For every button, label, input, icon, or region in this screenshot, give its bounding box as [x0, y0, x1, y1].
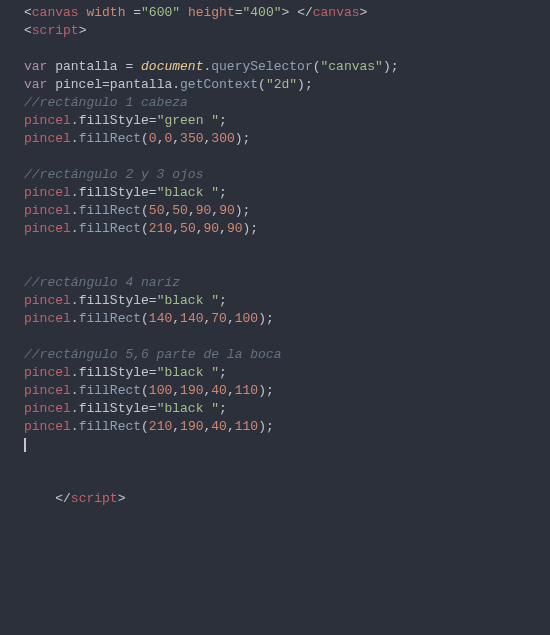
- code-token: pincel: [55, 77, 102, 92]
- text-cursor: [24, 438, 26, 452]
- code-token: >: [118, 491, 126, 506]
- code-token: //rectángulo 2 y 3 ojos: [24, 167, 203, 182]
- code-line[interactable]: [24, 238, 546, 256]
- code-token: 110: [235, 383, 258, 398]
- code-token: 350: [180, 131, 203, 146]
- code-token: //rectángulo 1 cabeza: [24, 95, 188, 110]
- code-line[interactable]: <script>: [24, 22, 546, 40]
- code-line[interactable]: [24, 148, 546, 166]
- code-token: .: [71, 365, 79, 380]
- code-line[interactable]: var pincel=pantalla.getContext("2d");: [24, 76, 546, 94]
- code-token: >: [79, 23, 87, 38]
- code-token: "black ": [157, 185, 219, 200]
- code-token: fillRect: [79, 383, 141, 398]
- code-line[interactable]: var pantalla = document.querySelector("c…: [24, 58, 546, 76]
- code-token: 90: [227, 221, 243, 236]
- code-token: 40: [211, 383, 227, 398]
- code-line[interactable]: pincel.fillRect(210,190,40,110);: [24, 418, 546, 436]
- code-token: 100: [149, 383, 172, 398]
- code-token: var: [24, 59, 47, 74]
- code-token: 90: [219, 203, 235, 218]
- code-token: getContext: [180, 77, 258, 92]
- code-line[interactable]: pincel.fillStyle="black ";: [24, 184, 546, 202]
- code-token: fillRect: [79, 221, 141, 236]
- code-token: 140: [149, 311, 172, 326]
- code-token: =: [235, 5, 243, 20]
- code-token: ,: [188, 203, 196, 218]
- code-line[interactable]: pincel.fillStyle="black ";: [24, 292, 546, 310]
- code-token: (: [313, 59, 321, 74]
- code-line[interactable]: [24, 256, 546, 274]
- code-line[interactable]: //rectángulo 2 y 3 ojos: [24, 166, 546, 184]
- code-token: pantalla: [47, 59, 125, 74]
- code-token: //rectángulo 5,6 parte de la boca: [24, 347, 281, 362]
- code-token: (: [141, 419, 149, 434]
- code-line[interactable]: pincel.fillRect(0,0,350,300);: [24, 130, 546, 148]
- code-token: pincel: [24, 365, 71, 380]
- code-line[interactable]: [24, 328, 546, 346]
- code-token: 140: [180, 311, 203, 326]
- code-token: .: [71, 113, 79, 128]
- code-area[interactable]: <canvas width ="600" height="400"> </can…: [18, 0, 550, 635]
- code-token: pincel: [24, 383, 71, 398]
- code-line[interactable]: [24, 40, 546, 58]
- code-token: //rectángulo 4 nariz: [24, 275, 180, 290]
- code-line[interactable]: [24, 436, 546, 454]
- code-token: var: [24, 77, 47, 92]
- code-line[interactable]: pincel.fillRect(50,50,90,90);: [24, 202, 546, 220]
- code-token: ,: [227, 383, 235, 398]
- code-line[interactable]: //rectángulo 5,6 parte de la boca: [24, 346, 546, 364]
- code-line[interactable]: </script>: [24, 490, 546, 508]
- code-token: pincel: [24, 401, 71, 416]
- code-token: querySelector: [211, 59, 312, 74]
- code-token: .: [71, 185, 79, 200]
- code-token: );: [235, 131, 251, 146]
- code-token: fillStyle: [79, 185, 149, 200]
- code-token: "black ": [157, 401, 219, 416]
- code-token: 50: [172, 203, 188, 218]
- code-line[interactable]: pincel.fillRect(210,50,90,90);: [24, 220, 546, 238]
- code-token: );: [258, 419, 274, 434]
- code-token: =: [149, 365, 157, 380]
- code-token: fillRect: [79, 311, 141, 326]
- code-token: "black ": [157, 293, 219, 308]
- code-token: [289, 5, 297, 20]
- code-line[interactable]: pincel.fillStyle="black ";: [24, 364, 546, 382]
- code-token: 210: [149, 221, 172, 236]
- code-line[interactable]: [24, 454, 546, 472]
- code-line[interactable]: <canvas width ="600" height="400"> </can…: [24, 4, 546, 22]
- code-token: ,: [227, 311, 235, 326]
- code-token: pincel: [24, 293, 71, 308]
- code-token: ;: [219, 401, 227, 416]
- code-token: ,: [219, 221, 227, 236]
- code-line[interactable]: //rectángulo 1 cabeza: [24, 94, 546, 112]
- code-token: 40: [211, 419, 227, 434]
- code-token: .: [71, 401, 79, 416]
- code-token: =: [125, 5, 141, 20]
- code-line[interactable]: pincel.fillRect(140,140,70,100);: [24, 310, 546, 328]
- code-line[interactable]: pincel.fillStyle="green ";: [24, 112, 546, 130]
- code-token: fillRect: [79, 419, 141, 434]
- code-token: fillRect: [79, 131, 141, 146]
- code-token: ,: [211, 203, 219, 218]
- code-token: width: [86, 5, 125, 20]
- code-token: ,: [172, 383, 180, 398]
- code-token: .: [71, 419, 79, 434]
- code-token: ;: [219, 365, 227, 380]
- code-token: );: [258, 383, 274, 398]
- code-token: );: [235, 203, 251, 218]
- code-token: =: [149, 293, 157, 308]
- code-token: (: [141, 203, 149, 218]
- code-token: 70: [211, 311, 227, 326]
- code-token: 50: [180, 221, 196, 236]
- code-token: .: [71, 311, 79, 326]
- code-editor[interactable]: <canvas width ="600" height="400"> </can…: [0, 0, 550, 635]
- code-line[interactable]: pincel.fillRect(100,190,40,110);: [24, 382, 546, 400]
- code-line[interactable]: //rectángulo 4 nariz: [24, 274, 546, 292]
- code-token: ,: [227, 419, 235, 434]
- code-token: height: [188, 5, 235, 20]
- code-line[interactable]: [24, 472, 546, 490]
- code-token: .: [71, 221, 79, 236]
- code-line[interactable]: pincel.fillStyle="black ";: [24, 400, 546, 418]
- code-token: =: [149, 401, 157, 416]
